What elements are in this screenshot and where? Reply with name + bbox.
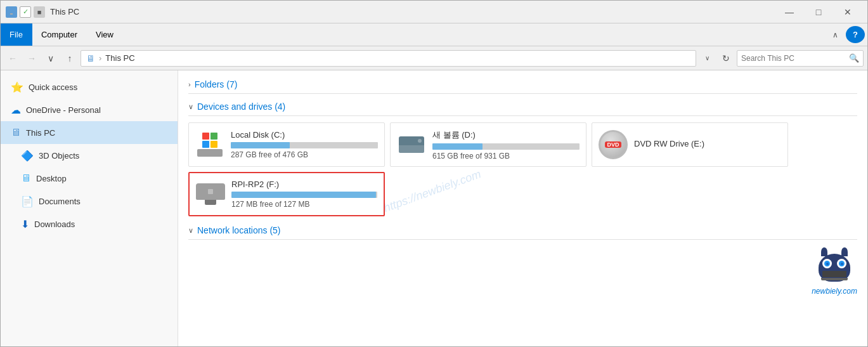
tab-computer[interactable]: Computer: [32, 23, 87, 46]
sidebar-item-desktop[interactable]: 🖥 Desktop: [1, 167, 178, 190]
address-path[interactable]: 🖥 › This PC: [81, 50, 696, 67]
ribbon-collapse-button[interactable]: ∧: [826, 23, 845, 46]
devices-divider: [188, 115, 857, 116]
back-button[interactable]: ←: [4, 50, 21, 67]
sidebar-item-label: This PC: [26, 128, 55, 138]
devices-section-header[interactable]: ∨ Devices and drives (4): [188, 98, 857, 114]
drive-c-fill: [231, 142, 290, 148]
search-icon: 🔍: [849, 53, 859, 63]
devices-chevron-icon: ∨: [188, 103, 193, 111]
folders-section-header[interactable]: › Folders (7): [188, 75, 857, 92]
tab-view[interactable]: View: [87, 23, 123, 46]
sidebar-item-3dobjects[interactable]: 🔷 3D Objects: [1, 144, 178, 167]
newbiely-text: newbiely.com: [812, 287, 857, 296]
window-controls: — □ ✕: [775, 1, 862, 23]
drive-new-d[interactable]: 새 볼륨 (D:) 615 GB free of 931 GB: [390, 122, 586, 167]
maximize-button[interactable]: □: [804, 1, 833, 23]
path-monitor-icon: 🖥: [86, 53, 95, 63]
forward-button[interactable]: →: [23, 50, 40, 67]
devices-section-label: Devices and drives (4): [197, 101, 285, 112]
drive-f-free: 127 MB free of 127 MB: [231, 200, 377, 209]
sidebar-item-onedrive[interactable]: ☁ OneDrive - Personal: [1, 98, 178, 121]
drive-c-name: Local Disk (C:): [231, 130, 378, 140]
owl-graphic: [817, 247, 852, 285]
main-area: ⭐ Quick access ☁ OneDrive - Personal 🖥 T…: [1, 70, 867, 346]
window-title: This PC: [50, 7, 79, 16]
monitor-icon: [6, 6, 17, 18]
quick-access-icon: ⭐: [11, 81, 23, 93]
drive-e-info: DVD RW Drive (E:): [634, 139, 781, 151]
close-button[interactable]: ✕: [833, 1, 862, 23]
gray-icon: ■: [34, 6, 45, 18]
sidebar-item-label: Documents: [39, 197, 81, 206]
address-dropdown-button[interactable]: ∨: [699, 50, 715, 67]
svg-rect-1: [10, 13, 13, 15]
drive-rpi-f[interactable]: RPI-RP2 (F:) 127 MB free of 127 MB: [188, 172, 385, 216]
titlebar-icon-group: ✓ ■: [6, 6, 45, 18]
explorer-window: ✓ ■ This PC — □ ✕ File Computer View ∧ ?…: [0, 0, 868, 347]
sidebar-item-documents[interactable]: 📄 Documents: [1, 190, 178, 213]
newbiely-logo: newbiely.com: [812, 247, 857, 296]
refresh-button[interactable]: ↻: [718, 50, 734, 67]
folders-chevron-icon: ›: [188, 81, 191, 88]
desktop-icon: 🖥: [21, 173, 31, 184]
network-section-header[interactable]: ∨ Network locations (5): [188, 221, 857, 238]
hdd-c-icon: [195, 130, 224, 159]
network-divider: [188, 239, 857, 240]
network-chevron-icon: ∨: [188, 226, 193, 235]
downloads-icon: ⬇: [21, 218, 29, 230]
check-icon: ✓: [20, 6, 31, 18]
down-button[interactable]: ∨: [42, 50, 59, 67]
sidebar-item-downloads[interactable]: ⬇ Downloads: [1, 213, 178, 235]
drives-grid: Local Disk (C:) 287 GB free of 476 GB: [188, 120, 857, 221]
drive-d-name: 새 볼륨 (D:): [432, 129, 580, 141]
path-location: This PC: [105, 53, 134, 63]
network-section-label: Network locations (5): [197, 225, 281, 235]
content-area: https://newbiely.com › Folders (7) ∨ Dev…: [178, 70, 867, 346]
usb-f-icon: [196, 183, 225, 205]
sidebar-item-label: 3D Objects: [39, 151, 79, 160]
3dobjects-icon: 🔷: [21, 150, 34, 162]
drive-c-free: 287 GB free of 476 GB: [231, 150, 378, 159]
sidebar-item-label: Desktop: [36, 174, 67, 183]
addressbar: ← → ∨ ↑ 🖥 › This PC ∨ ↻ 🔍: [1, 46, 867, 70]
sidebar-item-thispc[interactable]: 🖥 This PC: [1, 121, 178, 144]
sidebar-item-label: OneDrive - Personal: [26, 105, 101, 115]
drive-d-free: 615 GB free of 931 GB: [432, 152, 580, 160]
onedrive-icon: ☁: [11, 104, 21, 116]
sidebar: ⭐ Quick access ☁ OneDrive - Personal 🖥 T…: [1, 70, 178, 346]
folders-section-label: Folders (7): [195, 79, 238, 89]
drive-d-fill: [432, 143, 483, 150]
documents-icon: 📄: [21, 195, 34, 207]
thispc-icon: 🖥: [11, 127, 21, 138]
dvd-e-icon: DVD: [599, 130, 628, 159]
search-input[interactable]: [741, 54, 846, 63]
drive-d-bar: [432, 143, 580, 150]
path-separator: ›: [99, 53, 101, 63]
drive-f-name: RPI-RP2 (F:): [231, 180, 377, 189]
search-box[interactable]: 🔍: [737, 50, 864, 67]
drive-f-fill: [231, 192, 376, 198]
drive-local-c[interactable]: Local Disk (C:) 287 GB free of 476 GB: [188, 122, 385, 167]
drive-f-info: RPI-RP2 (F:) 127 MB free of 127 MB: [231, 180, 377, 209]
titlebar: ✓ ■ This PC — □ ✕: [1, 1, 867, 23]
drive-d-info: 새 볼륨 (D:) 615 GB free of 931 GB: [432, 129, 580, 160]
minimize-button[interactable]: —: [775, 1, 804, 23]
svg-rect-0: [8, 9, 15, 13]
drive-c-info: Local Disk (C:) 287 GB free of 476 GB: [231, 130, 378, 159]
drive-dvd-e[interactable]: DVD DVD RW Drive (E:): [592, 122, 788, 167]
sidebar-item-quick-access[interactable]: ⭐ Quick access: [1, 75, 178, 98]
sidebar-item-label: Quick access: [29, 82, 77, 92]
drive-e-name: DVD RW Drive (E:): [634, 139, 781, 148]
help-button[interactable]: ?: [846, 26, 865, 43]
folders-divider: [188, 93, 857, 94]
tab-file[interactable]: File: [1, 23, 32, 46]
drive-f-bar: [231, 192, 377, 198]
ribbon: File Computer View ∧ ?: [1, 23, 867, 46]
drive-c-bar: [231, 142, 378, 148]
sidebar-item-label: Downloads: [34, 219, 75, 229]
up-button[interactable]: ↑: [62, 50, 78, 67]
hdd-d-icon: [397, 130, 426, 159]
